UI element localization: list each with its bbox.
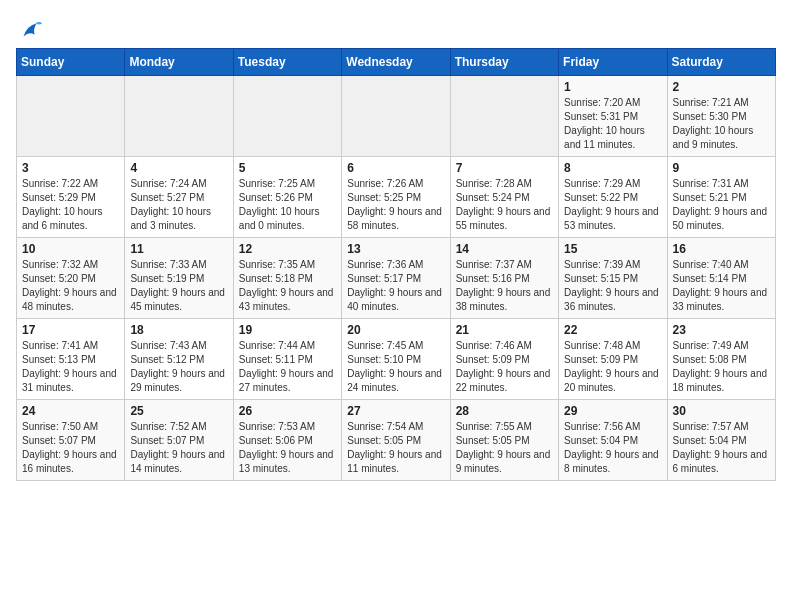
day-info: Sunrise: 7:54 AM Sunset: 5:05 PM Dayligh…: [347, 420, 444, 476]
table-cell: 9Sunrise: 7:31 AM Sunset: 5:21 PM Daylig…: [667, 157, 775, 238]
day-info: Sunrise: 7:56 AM Sunset: 5:04 PM Dayligh…: [564, 420, 661, 476]
table-cell: 11Sunrise: 7:33 AM Sunset: 5:19 PM Dayli…: [125, 238, 233, 319]
day-info: Sunrise: 7:40 AM Sunset: 5:14 PM Dayligh…: [673, 258, 770, 314]
table-cell: 8Sunrise: 7:29 AM Sunset: 5:22 PM Daylig…: [559, 157, 667, 238]
day-info: Sunrise: 7:33 AM Sunset: 5:19 PM Dayligh…: [130, 258, 227, 314]
day-info: Sunrise: 7:32 AM Sunset: 5:20 PM Dayligh…: [22, 258, 119, 314]
day-number: 21: [456, 323, 553, 337]
day-info: Sunrise: 7:24 AM Sunset: 5:27 PM Dayligh…: [130, 177, 227, 233]
day-number: 9: [673, 161, 770, 175]
day-info: Sunrise: 7:29 AM Sunset: 5:22 PM Dayligh…: [564, 177, 661, 233]
day-number: 3: [22, 161, 119, 175]
day-number: 13: [347, 242, 444, 256]
header-tuesday: Tuesday: [233, 49, 341, 76]
table-cell: 7Sunrise: 7:28 AM Sunset: 5:24 PM Daylig…: [450, 157, 558, 238]
table-cell: [342, 76, 450, 157]
day-info: Sunrise: 7:39 AM Sunset: 5:15 PM Dayligh…: [564, 258, 661, 314]
table-cell: 1Sunrise: 7:20 AM Sunset: 5:31 PM Daylig…: [559, 76, 667, 157]
day-info: Sunrise: 7:55 AM Sunset: 5:05 PM Dayligh…: [456, 420, 553, 476]
day-info: Sunrise: 7:25 AM Sunset: 5:26 PM Dayligh…: [239, 177, 336, 233]
week-row-2: 3Sunrise: 7:22 AM Sunset: 5:29 PM Daylig…: [17, 157, 776, 238]
table-cell: 21Sunrise: 7:46 AM Sunset: 5:09 PM Dayli…: [450, 319, 558, 400]
day-info: Sunrise: 7:26 AM Sunset: 5:25 PM Dayligh…: [347, 177, 444, 233]
week-row-1: 1Sunrise: 7:20 AM Sunset: 5:31 PM Daylig…: [17, 76, 776, 157]
day-number: 4: [130, 161, 227, 175]
day-info: Sunrise: 7:53 AM Sunset: 5:06 PM Dayligh…: [239, 420, 336, 476]
table-cell: 23Sunrise: 7:49 AM Sunset: 5:08 PM Dayli…: [667, 319, 775, 400]
table-cell: 28Sunrise: 7:55 AM Sunset: 5:05 PM Dayli…: [450, 400, 558, 481]
header-wednesday: Wednesday: [342, 49, 450, 76]
day-number: 28: [456, 404, 553, 418]
day-info: Sunrise: 7:44 AM Sunset: 5:11 PM Dayligh…: [239, 339, 336, 395]
day-number: 14: [456, 242, 553, 256]
table-cell: 2Sunrise: 7:21 AM Sunset: 5:30 PM Daylig…: [667, 76, 775, 157]
day-number: 25: [130, 404, 227, 418]
table-cell: 15Sunrise: 7:39 AM Sunset: 5:15 PM Dayli…: [559, 238, 667, 319]
header-monday: Monday: [125, 49, 233, 76]
table-cell: 19Sunrise: 7:44 AM Sunset: 5:11 PM Dayli…: [233, 319, 341, 400]
header-sunday: Sunday: [17, 49, 125, 76]
day-number: 30: [673, 404, 770, 418]
day-number: 12: [239, 242, 336, 256]
table-cell: 25Sunrise: 7:52 AM Sunset: 5:07 PM Dayli…: [125, 400, 233, 481]
day-number: 22: [564, 323, 661, 337]
day-number: 27: [347, 404, 444, 418]
day-number: 15: [564, 242, 661, 256]
day-info: Sunrise: 7:41 AM Sunset: 5:13 PM Dayligh…: [22, 339, 119, 395]
table-cell: 30Sunrise: 7:57 AM Sunset: 5:04 PM Dayli…: [667, 400, 775, 481]
day-number: 5: [239, 161, 336, 175]
week-row-5: 24Sunrise: 7:50 AM Sunset: 5:07 PM Dayli…: [17, 400, 776, 481]
table-cell: 5Sunrise: 7:25 AM Sunset: 5:26 PM Daylig…: [233, 157, 341, 238]
day-info: Sunrise: 7:46 AM Sunset: 5:09 PM Dayligh…: [456, 339, 553, 395]
table-cell: 24Sunrise: 7:50 AM Sunset: 5:07 PM Dayli…: [17, 400, 125, 481]
day-number: 1: [564, 80, 661, 94]
table-cell: 14Sunrise: 7:37 AM Sunset: 5:16 PM Dayli…: [450, 238, 558, 319]
day-number: 23: [673, 323, 770, 337]
day-info: Sunrise: 7:35 AM Sunset: 5:18 PM Dayligh…: [239, 258, 336, 314]
table-cell: 27Sunrise: 7:54 AM Sunset: 5:05 PM Dayli…: [342, 400, 450, 481]
day-number: 6: [347, 161, 444, 175]
day-info: Sunrise: 7:22 AM Sunset: 5:29 PM Dayligh…: [22, 177, 119, 233]
table-cell: 18Sunrise: 7:43 AM Sunset: 5:12 PM Dayli…: [125, 319, 233, 400]
day-number: 10: [22, 242, 119, 256]
table-cell: 13Sunrise: 7:36 AM Sunset: 5:17 PM Dayli…: [342, 238, 450, 319]
header-thursday: Thursday: [450, 49, 558, 76]
day-info: Sunrise: 7:50 AM Sunset: 5:07 PM Dayligh…: [22, 420, 119, 476]
day-number: 20: [347, 323, 444, 337]
week-row-4: 17Sunrise: 7:41 AM Sunset: 5:13 PM Dayli…: [17, 319, 776, 400]
table-cell: 6Sunrise: 7:26 AM Sunset: 5:25 PM Daylig…: [342, 157, 450, 238]
day-info: Sunrise: 7:49 AM Sunset: 5:08 PM Dayligh…: [673, 339, 770, 395]
day-number: 16: [673, 242, 770, 256]
day-number: 8: [564, 161, 661, 175]
table-cell: 26Sunrise: 7:53 AM Sunset: 5:06 PM Dayli…: [233, 400, 341, 481]
day-info: Sunrise: 7:43 AM Sunset: 5:12 PM Dayligh…: [130, 339, 227, 395]
calendar-header-row: SundayMondayTuesdayWednesdayThursdayFrid…: [17, 49, 776, 76]
table-cell: 22Sunrise: 7:48 AM Sunset: 5:09 PM Dayli…: [559, 319, 667, 400]
day-info: Sunrise: 7:21 AM Sunset: 5:30 PM Dayligh…: [673, 96, 770, 152]
table-cell: [450, 76, 558, 157]
day-number: 7: [456, 161, 553, 175]
day-info: Sunrise: 7:48 AM Sunset: 5:09 PM Dayligh…: [564, 339, 661, 395]
logo-icon: [16, 16, 44, 44]
day-number: 18: [130, 323, 227, 337]
table-cell: [17, 76, 125, 157]
day-info: Sunrise: 7:28 AM Sunset: 5:24 PM Dayligh…: [456, 177, 553, 233]
table-cell: 29Sunrise: 7:56 AM Sunset: 5:04 PM Dayli…: [559, 400, 667, 481]
header-friday: Friday: [559, 49, 667, 76]
day-info: Sunrise: 7:52 AM Sunset: 5:07 PM Dayligh…: [130, 420, 227, 476]
calendar-table: SundayMondayTuesdayWednesdayThursdayFrid…: [16, 48, 776, 481]
day-number: 26: [239, 404, 336, 418]
day-info: Sunrise: 7:31 AM Sunset: 5:21 PM Dayligh…: [673, 177, 770, 233]
header-saturday: Saturday: [667, 49, 775, 76]
table-cell: 10Sunrise: 7:32 AM Sunset: 5:20 PM Dayli…: [17, 238, 125, 319]
day-info: Sunrise: 7:20 AM Sunset: 5:31 PM Dayligh…: [564, 96, 661, 152]
day-info: Sunrise: 7:37 AM Sunset: 5:16 PM Dayligh…: [456, 258, 553, 314]
table-cell: 16Sunrise: 7:40 AM Sunset: 5:14 PM Dayli…: [667, 238, 775, 319]
day-info: Sunrise: 7:45 AM Sunset: 5:10 PM Dayligh…: [347, 339, 444, 395]
table-cell: 4Sunrise: 7:24 AM Sunset: 5:27 PM Daylig…: [125, 157, 233, 238]
day-number: 2: [673, 80, 770, 94]
day-number: 29: [564, 404, 661, 418]
day-number: 11: [130, 242, 227, 256]
table-cell: [233, 76, 341, 157]
logo: [16, 16, 48, 44]
